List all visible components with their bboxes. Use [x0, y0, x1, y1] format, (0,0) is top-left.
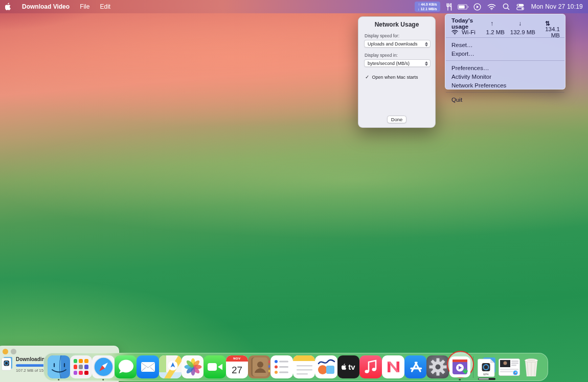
dock-icon-maps[interactable]	[159, 353, 182, 381]
menu-item-activity-monitor[interactable]: Activity Monitor	[445, 72, 565, 81]
done-button[interactable]: Done	[387, 116, 406, 123]
menu-file[interactable]: File	[75, 0, 95, 13]
dock-icon-mail[interactable]	[137, 353, 159, 381]
display-speed-in-select[interactable]: bytes/second (MB/s)	[364, 59, 431, 67]
menu-edit[interactable]: Edit	[95, 0, 116, 13]
menu-item-export[interactable]: Export…	[445, 49, 565, 58]
open-at-startup-checkbox[interactable]: ✓ Open when Mac starts	[365, 74, 435, 80]
dock-icon-notes[interactable]	[293, 353, 315, 381]
display-speed-for-label: Display speed for:	[365, 33, 435, 38]
download-total: 132.9 MB	[505, 29, 535, 35]
dock-icon-app-store[interactable]	[404, 353, 427, 381]
dock-icon-minimized-window[interactable]	[498, 353, 521, 381]
dock-icon-download-video-app[interactable]	[449, 353, 471, 381]
menu-bar: Download Video File Edit ↑ 44.0 KB/s ↓ 1…	[0, 0, 588, 13]
minimize-traffic-light[interactable]	[3, 349, 8, 354]
download-column-icon: ↓	[505, 20, 535, 27]
select-stepper-icon	[424, 61, 428, 66]
spotlight-search-icon[interactable]	[501, 0, 512, 13]
file-download-progress-fill	[479, 378, 489, 380]
apple-menu[interactable]	[0, 0, 17, 13]
display-speed-for-value: Uploads and Downloads	[368, 41, 418, 47]
menu-item-preferences[interactable]: Preferences…	[445, 63, 565, 72]
upload-column-icon: ↑	[479, 20, 505, 27]
menu-item-network-preferences[interactable]: Network Preferences	[445, 81, 565, 89]
wifi-icon[interactable]	[486, 0, 497, 13]
wifi-small-icon	[451, 30, 458, 35]
menu-app-name[interactable]: Download Video	[17, 0, 75, 13]
dialog-title: Network Usage	[358, 17, 435, 28]
dock-icon-trash[interactable]	[520, 353, 542, 381]
menu-item-reset[interactable]: Reset…	[445, 40, 565, 49]
dock-icon-contacts[interactable]	[248, 353, 270, 381]
network-usage-menu: Today's usage ↑ ↓ ⇅ Wi-Fi 1.2 MB 132.9 M…	[445, 14, 566, 89]
downloading-file-icon	[2, 356, 13, 373]
dock: NOV 27 tv	[43, 353, 548, 381]
running-indicator	[58, 379, 60, 381]
checkmark-icon: ✓	[365, 74, 369, 80]
dock-icon-facetime[interactable]	[203, 353, 226, 381]
dock-icon-mp4-file[interactable]: MP4	[476, 353, 498, 381]
checkbox-label: Open when Mac starts	[372, 75, 418, 80]
dock-icon-calendar[interactable]: NOV 27	[226, 353, 248, 381]
dock-icon-launchpad[interactable]	[70, 353, 93, 381]
upload-total: 1.2 MB	[479, 29, 505, 35]
menu-separator	[446, 60, 564, 61]
now-playing-icon[interactable]	[472, 0, 483, 13]
battery-icon[interactable]	[458, 0, 469, 13]
combined-total: 134.1 MB	[535, 26, 560, 38]
zoom-traffic-light[interactable]	[11, 349, 16, 354]
display-speed-in-label: Display speed in:	[365, 53, 435, 58]
download-speed: ↓ 12.1 MB/s	[418, 7, 437, 11]
menu-separator	[446, 92, 564, 93]
display-speed-in-value: bytes/second (MB/s)	[368, 61, 410, 66]
todays-usage-label: Today's usage	[451, 17, 479, 30]
display-speed-for-select[interactable]: Uploads and Downloads	[364, 40, 431, 48]
dock-icon-messages[interactable]	[115, 353, 137, 381]
dock-icon-safari[interactable]	[92, 353, 115, 381]
upload-speed: ↑ 44.0 KB/s	[418, 2, 437, 7]
running-indicator	[459, 379, 461, 381]
calendar-month-label: NOV	[226, 355, 248, 362]
menu-bar-clock[interactable]: Mon Nov 27 10:19	[529, 3, 583, 10]
mp4-label: MP4	[483, 372, 489, 375]
dock-icon-news[interactable]	[382, 353, 404, 381]
usage-header-row: Today's usage ↑ ↓ ⇅	[445, 17, 565, 26]
network-usage-dialog: Network Usage Display speed for: Uploads…	[358, 16, 436, 128]
dock-icon-finder[interactable]	[48, 353, 70, 381]
menu-item-quit[interactable]: Quit	[445, 95, 565, 104]
calendar-day-label: 27	[226, 362, 248, 378]
dock-icon-freeform[interactable]	[315, 353, 337, 381]
running-indicator	[102, 379, 104, 381]
dock-icon-photos[interactable]	[182, 353, 204, 381]
dock-icon-reminders[interactable]	[270, 353, 293, 381]
network-speed-widget[interactable]: ↑ 44.0 KB/s ↓ 12.1 MB/s	[415, 2, 440, 12]
dock-icon-music[interactable]	[359, 353, 382, 381]
select-stepper-icon	[424, 41, 428, 47]
file-download-progress-bar	[478, 378, 495, 380]
dock-icon-system-settings[interactable]	[426, 353, 449, 381]
apple-logo-icon	[5, 3, 12, 11]
utensils-app-icon[interactable]	[443, 0, 455, 13]
interface-name: Wi-Fi	[462, 29, 476, 35]
tv-label: tv	[348, 363, 355, 371]
launchpad-grid-icon	[74, 359, 89, 375]
dock-icon-apple-tv[interactable]: tv	[337, 353, 360, 381]
apple-logo-icon	[342, 364, 347, 370]
control-center-icon[interactable]	[515, 0, 526, 13]
